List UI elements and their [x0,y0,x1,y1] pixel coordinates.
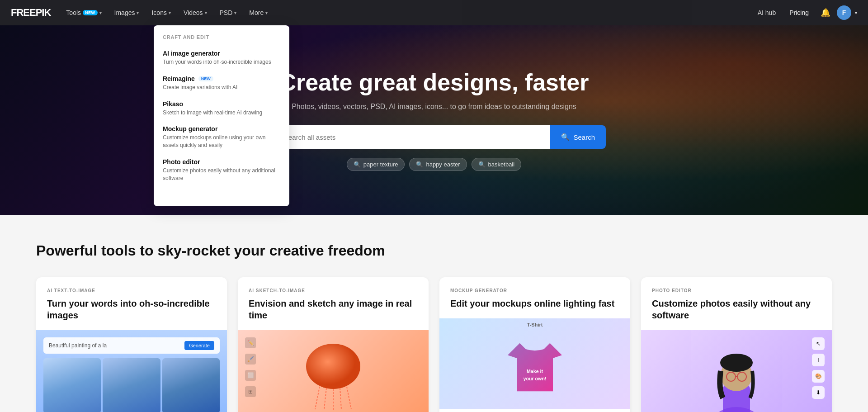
nav-item-icons[interactable]: Icons ▾ [147,6,175,19]
svg-point-0 [306,344,360,389]
photo-tool-cursor-icon: ↖ [812,337,825,350]
dropdown-item-title: AI image generator [163,50,280,57]
mockup-content: T-Shirt Make it your own! [499,322,571,405]
tools-dropdown: Craft and edit AI image generator Turn y… [154,25,289,206]
tool-card-content: MOCKUP GENERATOR Edit your mockups onlin… [439,277,630,309]
tool-card-content: AI SKETCH-TO-IMAGE Envision and sketch a… [238,277,429,321]
hero-subtitle: Photos, videos, vectors, PSD, AI images,… [9,103,859,111]
svg-line-4 [340,388,341,409]
sketch-grid-icon: ⊞ [245,386,256,397]
ai-gen-image-3 [162,358,220,412]
tshirt-svg: Make it your own! [499,331,571,403]
logo[interactable]: FREEPIK [11,7,51,19]
search-button[interactable]: 🔍 Search [550,125,606,149]
tshirt-label: T-Shirt [499,322,571,327]
nav-item-videos[interactable]: Videos ▾ [179,6,212,19]
dropdown-item-desc: Turn your words into oh-so-incredible im… [163,58,280,66]
nav-psd-label: PSD [220,9,233,16]
hero-content: Create great designs, faster Photos, vid… [0,70,868,171]
nav-more-label: More [249,9,264,16]
person-illustration [691,330,782,412]
dropdown-item-title: Mockup generator [163,125,280,133]
sketch-pencil-icon: ✏️ [245,337,256,348]
dropdown-item-desc: Customize mockups online using your own … [163,134,280,149]
suggestion-happy-easter[interactable]: 🔍 happy easter [409,158,467,171]
nav-pricing[interactable]: Pricing [784,6,814,19]
svg-text:Make it: Make it [527,369,543,374]
ai-gen-image-2 [103,358,160,412]
tool-card-photo-editor[interactable]: PHOTO EDITOR Customize photos easily wit… [641,277,832,412]
nav-images-chevron: ▾ [137,10,139,15]
ai-gen-images [43,358,220,412]
nav-tools-label: Tools [66,9,81,16]
tool-image-ai-text: Beautiful painting of a la Generate [36,330,227,412]
dropdown-item-desc: Customize photos easily without any addi… [163,167,280,182]
tool-image-mockup: T-Shirt Make it your own! [439,318,630,409]
dropdown-item-desc: Create image variations with AI [163,84,280,91]
dropdown-item-title: Pikaso [163,100,280,108]
nav-item-psd[interactable]: PSD ▾ [215,6,241,19]
suggestion-search-icon: 🔍 [478,161,486,168]
nav-icons-label: Icons [151,9,166,16]
suggestion-search-icon: 🔍 [354,161,361,168]
ai-gen-preview: Beautiful painting of a la Generate [36,330,227,412]
nav-more-chevron: ▾ [265,10,268,15]
navbar: FREEPIK Tools NEW ▾ Images ▾ Icons ▾ Vid… [0,0,868,25]
dropdown-item-ai-image-generator[interactable]: AI image generator Turn your words into … [154,45,289,71]
avatar[interactable]: F [837,5,851,20]
nav-tools-badge: NEW [83,10,98,15]
tool-card-ai-text-to-image[interactable]: AI TEXT-TO-IMAGE Turn your words into oh… [36,277,227,412]
notification-bell-icon[interactable]: 🔔 [818,5,833,20]
ai-gen-prompt-bar: Beautiful painting of a la Generate [43,337,220,354]
svg-line-1 [315,387,320,409]
ai-gen-generate-button[interactable]: Generate [184,341,214,350]
dropdown-item-desc: Sketch to image with real-time AI drawin… [163,109,280,117]
nav-videos-label: Videos [184,9,203,16]
dropdown-section-label: Craft and edit [154,33,289,45]
sketch-tools: ✏️ 🖌️ ⬜ ⊞ [245,337,256,397]
photo-preview: ↖ T 🎨 ⬇ [641,330,832,412]
nav-ai-hub-label: AI hub [758,9,776,16]
hero-section: Create great designs, faster Photos, vid… [0,25,868,215]
suggestion-search-icon: 🔍 [416,161,423,168]
dropdown-item-reimagine[interactable]: Reimagine NEW Create image variations wi… [154,71,289,96]
nav-item-tools[interactable]: Tools NEW ▾ [61,6,106,19]
nav-item-ai-hub[interactable]: AI hub [753,6,780,19]
suggestion-basketball[interactable]: 🔍 basketball [472,158,522,171]
tool-title: Envision and sketch any image in real ti… [249,298,418,321]
nav-tools-chevron: ▾ [99,10,102,15]
photo-tools: ↖ T 🎨 ⬇ [812,337,825,399]
tool-card-mockup[interactable]: MOCKUP GENERATOR Edit your mockups onlin… [439,277,630,412]
tool-category: PHOTO EDITOR [652,288,821,293]
tool-card-ai-sketch[interactable]: AI SKETCH-TO-IMAGE Envision and sketch a… [238,277,429,412]
dropdown-item-photo-editor[interactable]: Photo editor Customize photos easily wit… [154,154,289,187]
search-icon: 🔍 [561,133,570,141]
tool-title: Turn your words into oh-so-incredible im… [47,298,216,321]
mockup-preview: T-Shirt Make it your own! [439,318,630,409]
tools-section: Powerful tools to sky-rocket your creati… [0,215,868,412]
suggestion-label: happy easter [426,161,460,168]
dropdown-item-pikaso[interactable]: Pikaso Sketch to image with real-time AI… [154,96,289,121]
tool-category: AI SKETCH-TO-IMAGE [249,288,418,293]
sketch-shape-icon: ⬜ [245,370,256,381]
search-input[interactable] [284,133,543,141]
tools-section-title: Powerful tools to sky-rocket your creati… [36,242,832,259]
photo-tool-color-icon: 🎨 [812,370,825,383]
tool-image-ai-sketch: ✏️ 🖌️ ⬜ ⊞ [238,330,429,412]
search-bar: 📷 [262,125,550,149]
tool-card-content: AI TEXT-TO-IMAGE Turn your words into oh… [36,277,227,321]
dropdown-item-mockup-generator[interactable]: Mockup generator Customize mockups onlin… [154,121,289,154]
nav-item-more[interactable]: More ▾ [245,6,272,19]
search-button-label: Search [573,133,595,141]
nav-videos-chevron: ▾ [205,10,207,15]
avatar-chevron-icon[interactable]: ▾ [855,10,857,15]
search-suggestions: 🔍 paper texture 🔍 happy easter 🔍 basketb… [9,158,859,171]
suggestion-paper-texture[interactable]: 🔍 paper texture [347,158,405,171]
svg-line-2 [324,388,326,409]
nav-psd-chevron: ▾ [234,10,236,15]
nav-item-images[interactable]: Images ▾ [110,6,144,19]
photo-tool-text-icon: T [812,354,825,366]
nav-images-label: Images [114,9,135,16]
svg-point-12 [720,354,753,372]
tool-title: Edit your mockups online lighting fast [450,298,619,309]
